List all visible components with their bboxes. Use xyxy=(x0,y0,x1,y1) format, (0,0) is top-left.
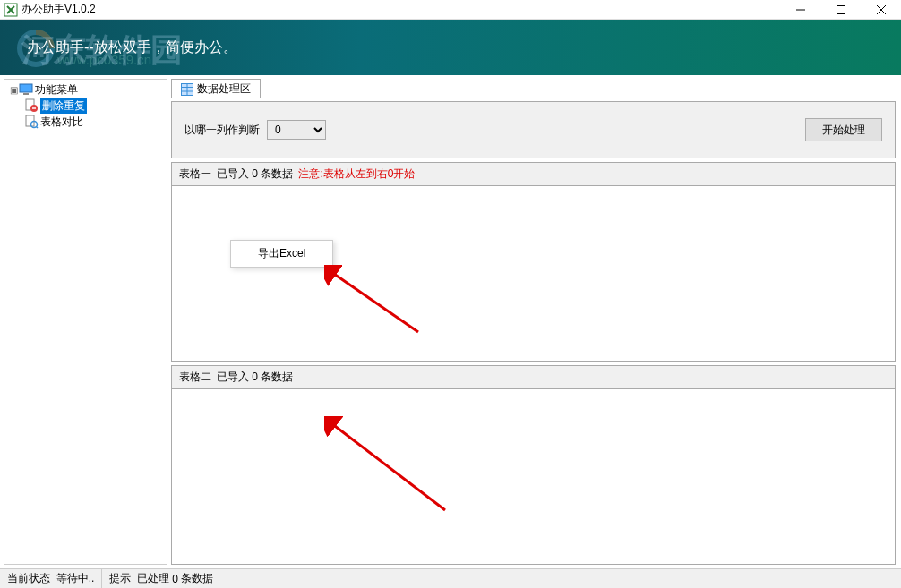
control-panel: 以哪一列作判断 0 开始处理 xyxy=(171,101,896,158)
sidebar-item-label: 删除重复 xyxy=(40,98,87,114)
app-icon xyxy=(4,3,18,17)
sidebar-item-label: 表格对比 xyxy=(40,115,83,130)
table-icon xyxy=(181,83,193,96)
titlebar: 办公助手V1.0.2 xyxy=(0,0,901,20)
app-header: 河东软件园 www.pc0359.cn 办公助手--放松双手，简便办公。 xyxy=(0,20,901,75)
annotation-arrow-icon xyxy=(324,265,423,337)
svg-line-15 xyxy=(331,272,418,332)
table2-imported: 已导入 0 条数据 xyxy=(217,370,293,385)
tab-data-processing[interactable]: 数据处理区 xyxy=(171,79,261,98)
annotation-arrow-icon xyxy=(324,416,450,515)
minimize-button[interactable] xyxy=(780,0,820,20)
judge-column-label: 以哪一列作判断 xyxy=(184,123,260,138)
document-delete-icon xyxy=(24,98,39,113)
status-hint: 提示 已处理 0 条数据 xyxy=(102,569,220,588)
content-area: 数据处理区 以哪一列作判断 0 开始处理 表格一 已导入 0 条数据 注意:表格… xyxy=(171,79,896,565)
table2-block: 表格二 已导入 0 条数据 xyxy=(171,365,896,565)
sidebar: ▣ 功能菜单 删除重复 xyxy=(4,79,167,565)
start-button[interactable]: 开始处理 xyxy=(805,118,882,141)
svg-line-10 xyxy=(37,127,39,129)
tree-root-label: 功能菜单 xyxy=(35,82,78,98)
tree-collapse-icon[interactable]: ▣ xyxy=(8,85,19,95)
svg-rect-2 xyxy=(837,5,845,13)
table1-data-area[interactable]: 导出Excel xyxy=(171,185,896,362)
column-select[interactable]: 0 xyxy=(267,120,326,140)
table1-block: 表格一 已导入 0 条数据 注意:表格从左到右0开始 导出Excel xyxy=(171,162,896,362)
close-button[interactable] xyxy=(861,0,901,20)
context-menu: 导出Excel xyxy=(230,240,333,268)
statusbar: 当前状态 等待中.. 提示 已处理 0 条数据 xyxy=(0,568,901,588)
header-slogan: 办公助手--放松双手，简便办公。 xyxy=(27,38,237,57)
svg-rect-4 xyxy=(20,84,32,92)
sidebar-item-compare[interactable]: 表格对比 xyxy=(6,114,165,130)
export-excel-menu-item[interactable]: 导出Excel xyxy=(231,241,332,267)
monitor-icon xyxy=(19,82,33,97)
maximize-button[interactable] xyxy=(820,0,861,20)
table1-header: 表格一 已导入 0 条数据 注意:表格从左到右0开始 xyxy=(171,162,896,185)
tree-root[interactable]: ▣ 功能菜单 xyxy=(6,81,165,98)
window-controls xyxy=(780,0,901,20)
tab-label: 数据处理区 xyxy=(197,81,251,97)
svg-line-16 xyxy=(331,423,445,510)
tab-bar: 数据处理区 xyxy=(171,79,896,98)
main-area: ▣ 功能菜单 删除重复 xyxy=(0,75,901,568)
window-title: 办公助手V1.0.2 xyxy=(21,2,96,17)
table2-title: 表格二 xyxy=(179,370,211,385)
document-search-icon xyxy=(24,115,39,129)
table2-header: 表格二 已导入 0 条数据 xyxy=(171,365,896,388)
sidebar-item-remove-dup[interactable]: 删除重复 xyxy=(6,98,165,114)
table1-notice: 注意:表格从左到右0开始 xyxy=(298,166,415,182)
status-state: 当前状态 等待中.. xyxy=(0,569,101,588)
svg-rect-5 xyxy=(23,93,29,95)
table1-imported: 已导入 0 条数据 xyxy=(217,166,293,182)
table2-data-area[interactable] xyxy=(171,388,896,565)
table1-title: 表格一 xyxy=(179,166,211,182)
